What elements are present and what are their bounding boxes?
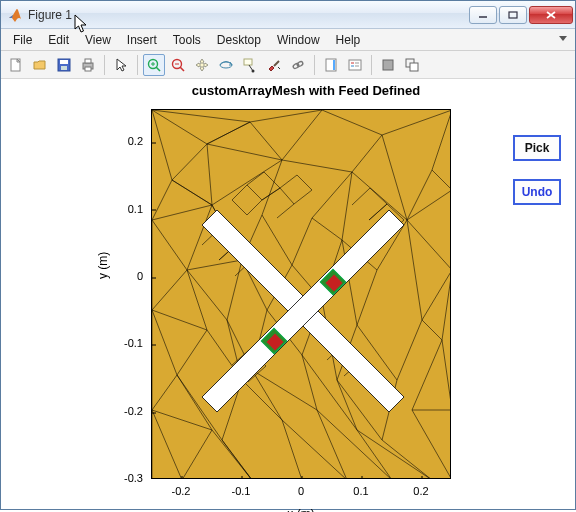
menu-help[interactable]: Help <box>328 31 369 49</box>
menu-file[interactable]: File <box>5 31 40 49</box>
window-controls <box>467 6 573 24</box>
svg-rect-6 <box>60 60 68 64</box>
minimize-button[interactable] <box>469 6 497 24</box>
pan-icon[interactable] <box>191 54 213 76</box>
maximize-button[interactable] <box>499 6 527 24</box>
menubar-chevron-icon[interactable] <box>557 33 569 45</box>
ytick: 0.1 <box>103 203 143 215</box>
datacursor-icon[interactable] <box>239 54 261 76</box>
svg-rect-33 <box>410 63 418 71</box>
insert-colorbar-icon[interactable] <box>320 54 342 76</box>
axes[interactable] <box>151 109 451 479</box>
svg-rect-31 <box>383 60 393 70</box>
close-button[interactable] <box>529 6 573 24</box>
ytick: -0.2 <box>103 405 143 417</box>
figure-window: Figure 1 File Edit View Insert Tools Des… <box>0 0 576 510</box>
zoom-out-icon[interactable] <box>167 54 189 76</box>
figure-content: customArrayMesh with Feed Defined 0.2 0.… <box>1 79 575 509</box>
svg-rect-9 <box>85 59 91 63</box>
pick-button[interactable]: Pick <box>513 135 561 161</box>
toolbar <box>1 51 575 79</box>
xtick: -0.1 <box>221 485 261 497</box>
x-axis-label: x (m) <box>151 507 451 512</box>
xtick: -0.2 <box>161 485 201 497</box>
matlab-icon <box>7 7 23 23</box>
window-title: Figure 1 <box>28 8 467 22</box>
y-axis-label: y (m) <box>96 252 110 279</box>
new-icon[interactable] <box>5 54 27 76</box>
svg-rect-26 <box>349 60 361 70</box>
xtick: 0 <box>281 485 321 497</box>
xtick: 0.2 <box>401 485 441 497</box>
toolbar-separator <box>314 55 315 75</box>
linkplot-icon[interactable] <box>287 54 309 76</box>
svg-line-16 <box>180 67 184 71</box>
xtick: 0.1 <box>341 485 381 497</box>
svg-rect-25 <box>333 60 335 70</box>
dock-icon[interactable] <box>401 54 423 76</box>
svg-line-12 <box>156 67 160 71</box>
svg-rect-19 <box>244 59 252 65</box>
menu-view[interactable]: View <box>77 31 119 49</box>
save-icon[interactable] <box>53 54 75 76</box>
ytick: 0.2 <box>103 135 143 147</box>
menu-insert[interactable]: Insert <box>119 31 165 49</box>
open-icon[interactable] <box>29 54 51 76</box>
rotate3d-icon[interactable] <box>215 54 237 76</box>
hide-tools-icon[interactable] <box>377 54 399 76</box>
toolbar-separator <box>104 55 105 75</box>
svg-point-20 <box>252 69 255 72</box>
titlebar[interactable]: Figure 1 <box>1 1 575 29</box>
ytick: -0.1 <box>103 337 143 349</box>
svg-rect-7 <box>61 66 67 70</box>
menu-edit[interactable]: Edit <box>40 31 77 49</box>
mesh-plot <box>152 110 451 479</box>
svg-rect-10 <box>85 67 91 71</box>
print-icon[interactable] <box>77 54 99 76</box>
svg-line-21 <box>274 61 279 66</box>
brush-icon[interactable] <box>263 54 285 76</box>
ytick: -0.3 <box>103 472 143 484</box>
zoom-in-icon[interactable] <box>143 54 165 76</box>
menu-window[interactable]: Window <box>269 31 328 49</box>
toolbar-separator <box>371 55 372 75</box>
plot-title: customArrayMesh with Feed Defined <box>81 83 531 98</box>
svg-point-23 <box>296 60 303 66</box>
svg-rect-1 <box>509 12 517 18</box>
insert-legend-icon[interactable] <box>344 54 366 76</box>
toolbar-separator <box>137 55 138 75</box>
menu-desktop[interactable]: Desktop <box>209 31 269 49</box>
menu-tools[interactable]: Tools <box>165 31 209 49</box>
menubar: File Edit View Insert Tools Desktop Wind… <box>1 29 575 51</box>
pointer-icon[interactable] <box>110 54 132 76</box>
undo-button[interactable]: Undo <box>513 179 561 205</box>
